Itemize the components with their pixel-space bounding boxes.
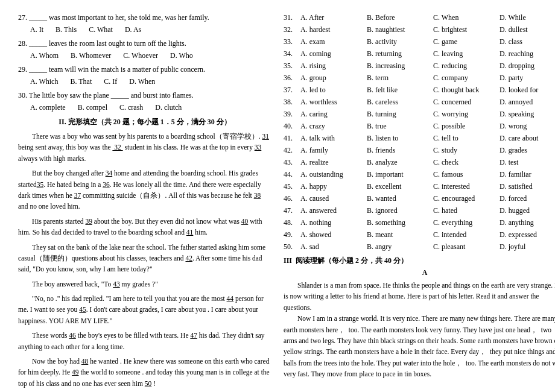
q27-d: D. As [125,25,141,34]
q48-a: A. nothing [300,217,367,228]
q45-b: B. excellent [367,181,433,192]
q29-d: D. When [129,77,155,86]
q48-num: 48. [284,217,300,228]
q44-c: C. famous [433,169,500,180]
q50-a: A. sad [300,241,367,252]
passage-p3: His parents started 39 about the boy. Bu… [18,216,271,238]
q34-num: 34. [284,48,300,59]
q39-d: D. speaking [500,109,555,119]
q43-num: 43. [284,157,300,168]
q30-text: The little boy saw the plane _____ and b… [29,91,194,100]
q33-b: B. activity [367,36,433,47]
q32-c: C. brightest [433,24,500,35]
q33-c: C. game [433,36,500,47]
left-column: 27. _____ was most important to her, she… [18,12,271,392]
q49-num: 49. [284,229,300,240]
q49-c: C. intended [433,229,500,240]
q42-c: C. study [433,145,500,156]
q42-d: D. grades [500,145,555,156]
q40-b: B. true [367,121,433,131]
q46-num: 46. [284,193,300,204]
q35-c: C. reducing [433,60,500,71]
q31-a: A. After [300,12,367,23]
q39-num: 39. [284,109,300,119]
q30-d: D. clutch [155,103,182,112]
q31-b: B. Before [367,12,433,23]
q44-b: B. important [367,169,433,180]
q27-options: A. It B. This C. What D. As [30,25,271,34]
q36-c: C. company [433,72,500,83]
q43-d: D. test [500,157,555,168]
q46-row: 46. A. caused B. wanted C. encouraged D.… [284,193,555,204]
q42-row: 42. A. family B. friends C. study D. gra… [284,145,555,156]
q31-c: C. When [433,12,500,23]
q43-c: C. check [433,157,500,168]
q29: 29. _____ team will win the match is a m… [18,64,271,75]
q46-c: C. encouraged [433,193,500,204]
q36-row: 36. A. group B. term C. company D. party [284,72,555,83]
q34-b: B. returning [367,48,433,59]
q50-num: 50. [284,241,300,252]
q46-a: A. caused [300,193,367,204]
q34-c: C. leaving [433,48,500,59]
q41-c: C. tell to [433,133,500,144]
q38-a: A. worthless [300,96,367,107]
q44-d: D. familiar [500,169,555,180]
q34-d: D. reaching [500,48,555,59]
q27-b: B. This [56,25,77,34]
q48-c: C. everything [433,217,500,228]
q37-d: D. looked for [500,84,555,95]
q47-b: B. ignored [367,205,433,216]
q40-row: 40. A. crazy B. true C. possible D. wron… [284,121,555,131]
q29-b: B. That [70,77,92,86]
q35-row: 35. A. rising B. increasing C. reducing … [284,60,555,71]
q43-b: B. analyze [367,157,433,168]
q36-b: B. term [367,72,433,83]
q35-num: 35. [284,60,300,71]
q31-num: 31. [284,12,300,23]
q30-options: A. complete B. compel C. crash D. clutch [30,103,271,112]
q28-text: _____ leaves the room last ought to turn… [29,39,186,48]
q35-d: D. dropping [500,60,555,71]
reading-a-p1: Shlander is a man from space. He thinks … [284,280,555,313]
q33-a: A. exam [300,36,367,47]
q42-b: B. friends [367,145,433,156]
q48-d: D. anything [500,217,555,228]
q47-num: 47. [284,205,300,216]
q32-num: 32. [284,24,300,35]
q47-row: 47. A. answered B. ignored C. hated D. h… [284,205,555,216]
q48-b: B. something [367,217,433,228]
q43-a: A. realize [300,157,367,168]
q37-row: 37. A. led to B. felt like C. thought ba… [284,84,555,95]
reading-a-p2: Now I am in a strange world. It is very … [284,313,555,379]
q37-a: A. led to [300,84,367,95]
q38-row: 38. A. worthless B. careless C. concerne… [284,96,555,107]
q27-text: _____ was most important to her, she tol… [29,13,209,22]
q30-num: 30. [18,91,27,100]
q36-a: A. group [300,72,367,83]
q37-b: B. felt like [367,84,433,95]
q50-b: B. angry [367,241,433,252]
q27: 27. _____ was most important to her, she… [18,12,271,23]
q28-c: C. Whoever [123,51,158,60]
fill-passage: There was a boy who was sent by his pare… [18,131,271,389]
q34-a: A. coming [300,48,367,59]
q41-a: A. talk with [300,133,367,144]
q27-c: C. What [89,25,113,34]
q29-num: 29. [18,65,27,74]
q38-num: 38. [284,96,300,107]
q32-a: A. hardest [300,24,367,35]
passage-p7: These words 46 the boy's eyes to be fill… [18,330,271,352]
q41-row: 41. A. talk with B. listen to C. tell to… [284,133,555,144]
q42-num: 42. [284,145,300,156]
questions-31-50: 31. A. After B. Before C. When D. While … [284,12,555,252]
q44-a: A. outstanding [300,169,367,180]
q38-d: D. annoyed [500,96,555,107]
q41-b: B. listen to [367,133,433,144]
questions-27-30: 27. _____ was most important to her, she… [18,12,271,112]
q45-a: A. happy [300,181,367,192]
section-iii: III 阅读理解（每小题 2 分，共 40 分） A Shlander is a… [284,256,555,380]
q40-d: D. wrong [500,121,555,131]
q40-num: 40. [284,121,300,131]
q39-a: A. caring [300,109,367,119]
